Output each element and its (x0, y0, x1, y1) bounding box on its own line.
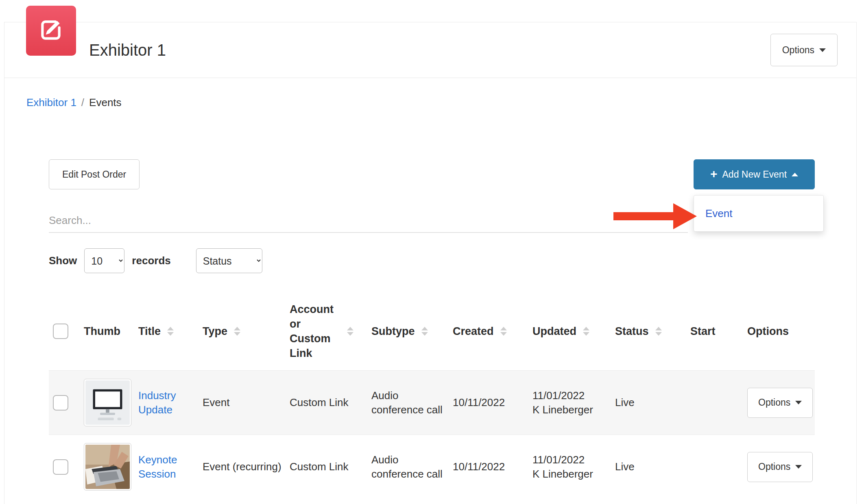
header-created-label: Created (453, 324, 494, 339)
breadcrumb-link-exhibitor[interactable]: Exhibitor 1 (26, 96, 76, 109)
row-options-button[interactable]: Options (747, 452, 813, 482)
header-thumb-label: Thumb (84, 325, 120, 337)
thumbnail-laptop-image (84, 443, 131, 491)
page-title: Exhibitor 1 (89, 41, 166, 59)
event-title-link[interactable]: Keynote Session (138, 454, 177, 480)
list-controls: Show 10 records Status (49, 248, 815, 273)
select-all-checkbox[interactable] (53, 324, 68, 339)
event-title-link[interactable]: Industry Update (138, 389, 176, 416)
edit-post-order-label: Edit Post Order (62, 169, 126, 180)
status-filter-select[interactable]: Status (196, 248, 262, 273)
content-area: Edit Post Order + Add New Event Event Sh… (49, 159, 815, 499)
thumbnail-monitor-image (84, 379, 131, 426)
sort-icon (421, 327, 428, 336)
header-status[interactable]: Status (611, 295, 686, 371)
table-row: Keynote Session Event (recurring) Custom… (49, 435, 815, 499)
header-title-label: Title (138, 324, 161, 339)
edit-badge (26, 6, 76, 56)
row-options-button[interactable]: Options (747, 388, 813, 418)
event-created-date: 10/11/2022 (453, 396, 505, 408)
header-type[interactable]: Type (199, 295, 286, 371)
add-new-event-label: Add New Event (722, 169, 787, 180)
row-options-label: Options (758, 461, 790, 472)
page-options-label: Options (782, 45, 814, 56)
header-title[interactable]: Title (134, 295, 199, 371)
header-created[interactable]: Created (449, 295, 528, 371)
sort-icon (583, 327, 589, 336)
events-table: Thumb Title Type Account or Custom Link (49, 295, 815, 499)
event-type: Event (203, 396, 230, 408)
caret-down-icon (795, 401, 802, 404)
event-type: Event (recurring) (203, 461, 281, 473)
edit-pencil-square-icon (38, 17, 65, 45)
event-updated-date: 11/01/2022 (532, 389, 607, 403)
menu-item-event[interactable]: Event (705, 207, 733, 220)
caret-down-icon (819, 48, 826, 52)
edit-post-order-button[interactable]: Edit Post Order (49, 159, 140, 189)
header-updated[interactable]: Updated (528, 295, 611, 371)
event-status: Live (615, 396, 635, 408)
toolbar: Edit Post Order + Add New Event Event (49, 159, 815, 189)
event-subtype: Audio conference call (371, 454, 443, 480)
header-thumb: Thumb (80, 295, 134, 371)
header-account-or-custom-link[interactable]: Account or Custom Link (286, 295, 367, 371)
table-row: Industry Update Event Custom Link Audio … (49, 371, 815, 435)
header-account-label: Account or Custom Link (290, 302, 340, 361)
caret-up-icon (792, 173, 798, 176)
sort-icon (655, 327, 662, 336)
event-updated-by: K Lineberger (532, 467, 607, 481)
row-checkbox[interactable] (53, 395, 68, 411)
sort-icon (167, 327, 174, 336)
page-options-button[interactable]: Options (770, 34, 838, 66)
sort-icon (234, 327, 240, 336)
event-account-or-custom-link: Custom Link (290, 461, 349, 473)
records-label: records (132, 254, 170, 267)
row-options-label: Options (758, 397, 790, 408)
header-select-all (49, 295, 80, 371)
event-updated-date: 11/01/2022 (532, 453, 607, 467)
breadcrumb-separator: / (81, 96, 84, 109)
header-start: Start (686, 295, 743, 371)
header-options-label: Options (747, 325, 789, 337)
add-new-event-button[interactable]: + Add New Event (694, 159, 815, 189)
sort-icon (500, 327, 507, 336)
header-start-label: Start (690, 325, 716, 337)
header-subtype-label: Subtype (371, 324, 415, 339)
show-label: Show (49, 254, 77, 267)
event-created-date: 10/11/2022 (453, 461, 505, 473)
main-card: Exhibitor 1 Options Exhibitor 1/Events E… (4, 22, 857, 504)
header-subtype[interactable]: Subtype (367, 295, 449, 371)
row-checkbox[interactable] (53, 459, 68, 475)
table-header-row: Thumb Title Type Account or Custom Link (49, 295, 815, 371)
search-field-wrap (49, 209, 688, 233)
header-updated-label: Updated (532, 324, 576, 339)
sort-icon (347, 327, 353, 336)
header-type-label: Type (203, 324, 227, 339)
page-size-select[interactable]: 10 (84, 248, 124, 273)
add-event-dropdown-menu: Event (694, 195, 824, 232)
plus-icon: + (710, 168, 718, 180)
event-subtype: Audio conference call (371, 389, 443, 416)
event-updated-by: K Lineberger (532, 403, 607, 417)
event-account-or-custom-link: Custom Link (290, 396, 349, 408)
header-status-label: Status (615, 324, 649, 339)
caret-down-icon (795, 465, 802, 469)
search-input[interactable] (49, 209, 688, 232)
breadcrumb: Exhibitor 1/Events (26, 96, 856, 109)
event-status: Live (615, 461, 635, 473)
breadcrumb-current-events: Events (89, 96, 122, 109)
card-header: Exhibitor 1 Options (4, 22, 856, 78)
header-options: Options (743, 295, 815, 371)
